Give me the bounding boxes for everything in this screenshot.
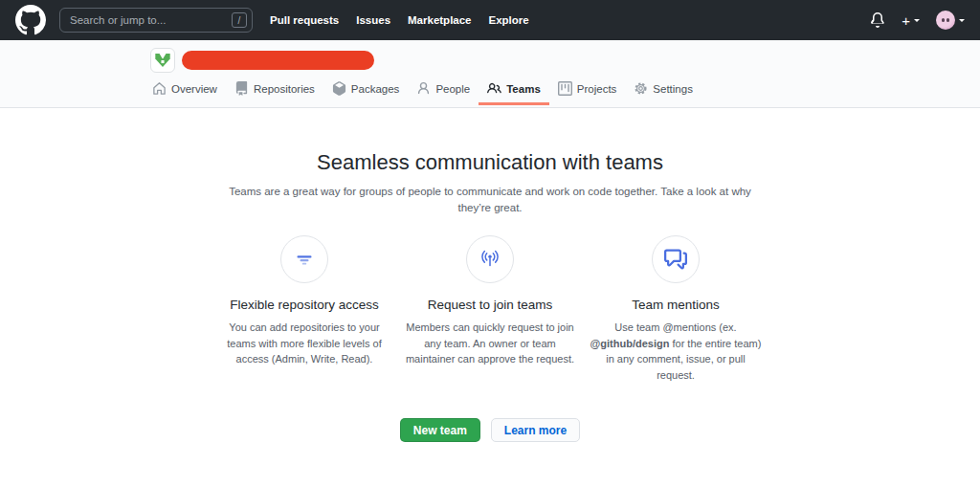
home-icon bbox=[152, 81, 167, 96]
tab-overview[interactable]: Overview bbox=[144, 74, 226, 105]
nav-pull-requests[interactable]: Pull requests bbox=[270, 14, 339, 26]
comment-discussion-icon bbox=[652, 235, 700, 283]
org-name-redacted bbox=[182, 51, 374, 70]
gear-icon bbox=[634, 81, 648, 96]
nav-marketplace[interactable]: Marketplace bbox=[408, 14, 471, 26]
feature-description: You can add repositories to your teams w… bbox=[216, 320, 392, 367]
org-avatar-identicon[interactable] bbox=[150, 48, 175, 73]
nav-issues[interactable]: Issues bbox=[356, 14, 390, 26]
navbar-right: + bbox=[870, 11, 965, 30]
tab-repositories[interactable]: Repositories bbox=[226, 74, 323, 105]
feature-flexible-repository-access: Flexible repository access You can add r… bbox=[216, 235, 392, 383]
feature-columns: Flexible repository access You can add r… bbox=[0, 235, 980, 383]
org-header: Overview Repositories Packages People Te… bbox=[0, 40, 980, 108]
broadcast-icon bbox=[466, 235, 514, 283]
filter-lines-icon bbox=[280, 235, 328, 283]
tab-packages[interactable]: Packages bbox=[323, 74, 409, 105]
plus-icon: + bbox=[902, 13, 910, 28]
package-icon bbox=[332, 81, 346, 96]
feature-request-to-join-teams: Request to join teams Members can quickl… bbox=[402, 235, 578, 383]
teams-blankslate: Seamless communication with teams Teams … bbox=[0, 150, 980, 442]
chevron-down-icon bbox=[959, 19, 965, 25]
user-avatar bbox=[936, 11, 955, 30]
notifications-bell-icon[interactable] bbox=[870, 12, 885, 28]
navbar-links: Pull requests Issues Marketplace Explore bbox=[270, 14, 529, 26]
feature-title: Team mentions bbox=[588, 298, 764, 312]
search-box[interactable]: / bbox=[59, 8, 253, 33]
project-icon bbox=[558, 81, 572, 96]
feature-description: Use team @mentions (ex. @github/design f… bbox=[588, 320, 764, 383]
feature-title: Flexible repository access bbox=[216, 298, 392, 312]
new-team-button[interactable]: New team bbox=[400, 418, 480, 442]
search-input[interactable] bbox=[59, 8, 253, 33]
github-logo-icon[interactable] bbox=[15, 5, 46, 35]
page-subtitle: Teams are a great way for groups of peop… bbox=[219, 184, 761, 215]
repo-icon bbox=[234, 81, 249, 96]
top-navbar: / Pull requests Issues Marketplace Explo… bbox=[0, 0, 980, 40]
org-tab-nav: Overview Repositories Packages People Te… bbox=[0, 74, 980, 105]
slash-shortcut-hint: / bbox=[232, 12, 247, 28]
user-menu[interactable] bbox=[936, 11, 965, 30]
tab-projects[interactable]: Projects bbox=[549, 74, 626, 105]
org-title-row bbox=[0, 40, 980, 73]
person-icon bbox=[416, 81, 431, 96]
page-title: Seamless communication with teams bbox=[0, 150, 980, 175]
nav-explore[interactable]: Explore bbox=[489, 14, 529, 26]
team-mention-example: @github/design bbox=[590, 338, 670, 349]
tab-people[interactable]: People bbox=[408, 74, 479, 105]
create-new-menu[interactable]: + bbox=[902, 13, 920, 28]
chevron-down-icon bbox=[914, 19, 920, 25]
feature-team-mentions: Team mentions Use team @mentions (ex. @g… bbox=[588, 235, 764, 383]
feature-description: Members can quickly request to join any … bbox=[402, 320, 578, 367]
tab-settings[interactable]: Settings bbox=[625, 74, 702, 105]
cta-row: New team Learn more bbox=[0, 418, 980, 442]
people-icon bbox=[487, 81, 501, 96]
tab-teams[interactable]: Teams bbox=[479, 74, 549, 105]
feature-title: Request to join teams bbox=[402, 298, 578, 312]
learn-more-button[interactable]: Learn more bbox=[491, 418, 580, 442]
